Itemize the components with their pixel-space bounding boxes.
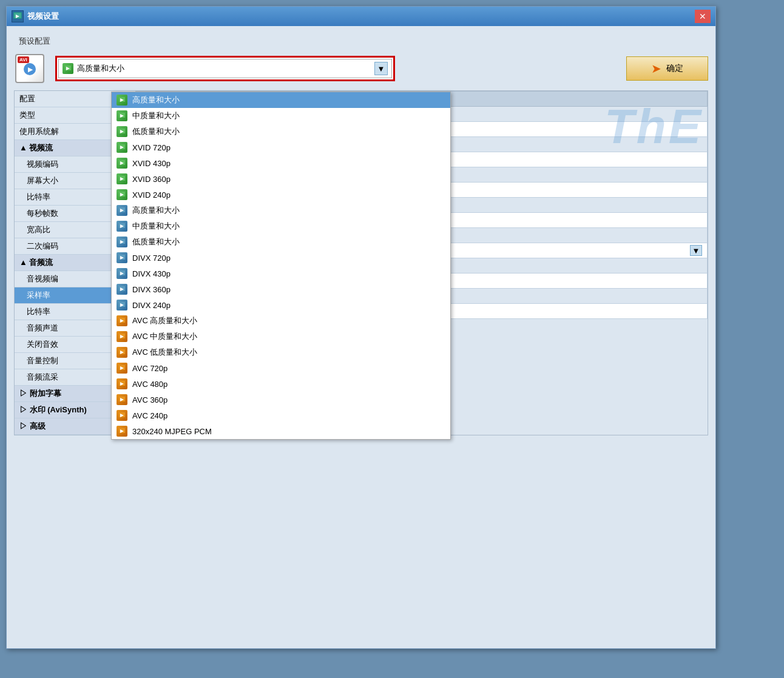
item-label-3: XVID 720p xyxy=(132,143,171,152)
item-icon-12 xyxy=(117,284,127,295)
item-label-21: 320x240 MJPEG PCM xyxy=(132,427,212,436)
item-label-15: AVC 中质量和大小 xyxy=(132,331,197,342)
dropdown-item-20[interactable]: AVC 240p xyxy=(112,408,450,423)
item-label-14: AVC 高质量和大小 xyxy=(132,315,197,326)
item-label-5: XVID 360p xyxy=(132,175,171,184)
item-icon-17 xyxy=(117,363,127,374)
dropdown-item-9[interactable]: 低质量和大小 xyxy=(112,234,450,250)
ok-label: 确定 xyxy=(666,63,683,74)
item-label-18: AVC 480p xyxy=(132,380,167,389)
item-icon-1 xyxy=(117,110,127,121)
item-label-11: DIVX 430p xyxy=(132,269,171,278)
selected-item-label: 高质量和大小 xyxy=(77,63,124,74)
item-label-9: 低质量和大小 xyxy=(132,237,180,247)
item-icon-11 xyxy=(117,268,127,279)
dropdown-item-10[interactable]: DIVX 720p xyxy=(112,250,450,266)
window-body: ThE 预设配置 AVI ▶ 高质量和大小 xyxy=(7,26,715,648)
dropdown-item-14[interactable]: AVC 高质量和大小 xyxy=(112,313,450,329)
close-button[interactable]: ✕ xyxy=(695,10,711,23)
dropdown-item-0[interactable]: 高质量和大小 xyxy=(112,92,450,108)
item-icon-16 xyxy=(117,347,127,358)
item-label-0: 高质量和大小 xyxy=(132,95,180,106)
dropdown-item-13[interactable]: DIVX 240p xyxy=(112,297,450,313)
item-icon-20 xyxy=(117,410,127,421)
preset-dropdown[interactable]: 高质量和大小 ▼ xyxy=(58,59,392,78)
play-overlay: ▶ xyxy=(24,63,36,75)
dropdown-item-4[interactable]: XVID 430p xyxy=(112,155,450,171)
item-icon-2 xyxy=(117,126,127,137)
title-bar: 视频设置 ✕ xyxy=(7,7,715,26)
ok-button[interactable]: ➤ 确定 xyxy=(626,56,708,81)
dropdown-item-18[interactable]: AVC 480p xyxy=(112,376,450,392)
item-icon-0 xyxy=(117,95,127,106)
item-label-12: DIVX 360p xyxy=(132,285,171,294)
item-label-8: 中质量和大小 xyxy=(132,221,180,232)
item-label-16: AVC 低质量和大小 xyxy=(132,347,197,358)
item-icon-9 xyxy=(117,237,127,247)
item-icon-7 xyxy=(117,205,127,216)
dropdown-item-15[interactable]: AVC 中质量和大小 xyxy=(112,329,450,344)
item-icon-10 xyxy=(117,252,127,263)
dropdown-item-17[interactable]: AVC 720p xyxy=(112,360,450,376)
item-icon-19 xyxy=(117,394,127,405)
dropdown-item-11[interactable]: DIVX 430p xyxy=(112,266,450,281)
item-icon-5 xyxy=(117,173,127,184)
prop-dropdown-arrow-9[interactable]: ▼ xyxy=(690,245,702,256)
selected-item-icon xyxy=(63,63,73,74)
top-row: AVI ▶ 高质量和大小 ▼ ➤ 确定 xyxy=(14,53,708,84)
preset-label: 预设配置 xyxy=(14,33,708,49)
item-label-7: 高质量和大小 xyxy=(132,205,180,216)
dropdown-item-6[interactable]: XVID 240p xyxy=(112,187,450,203)
item-icon-3 xyxy=(117,142,127,153)
item-label-13: DIVX 240p xyxy=(132,301,171,310)
dropdown-item-19[interactable]: AVC 360p xyxy=(112,392,450,408)
dropdown-item-3[interactable]: XVID 720p xyxy=(112,139,450,155)
item-icon-14 xyxy=(117,315,127,326)
video-settings-window: 视频设置 ✕ ThE 预设配置 AVI ▶ xyxy=(6,6,716,649)
item-icon-6 xyxy=(117,189,127,200)
item-icon-21 xyxy=(117,426,127,437)
dropdown-item-21[interactable]: 320x240 MJPEG PCM xyxy=(112,423,450,439)
dropdown-item-2[interactable]: 低质量和大小 xyxy=(112,124,450,139)
dropdown-item-1[interactable]: 中质量和大小 xyxy=(112,108,450,124)
dropdown-item-8[interactable]: 中质量和大小 xyxy=(112,218,450,234)
ok-arrow-icon: ➤ xyxy=(651,61,661,76)
background-text: ThE xyxy=(604,99,703,155)
item-label-6: XVID 240p xyxy=(132,190,171,200)
item-icon-4 xyxy=(117,158,127,169)
preset-dropdown-container: 高质量和大小 ▼ xyxy=(55,56,395,81)
item-label-1: 中质量和大小 xyxy=(132,110,180,121)
dropdown-item-7[interactable]: 高质量和大小 xyxy=(112,203,450,218)
dropdown-item-12[interactable]: DIVX 360p xyxy=(112,281,450,297)
dropdown-item-16[interactable]: AVC 低质量和大小 xyxy=(112,344,450,360)
avi-badge: AVI xyxy=(18,56,29,63)
avi-icon-inner: AVI ▶ xyxy=(15,54,44,83)
item-icon-13 xyxy=(117,300,127,310)
avi-icon: AVI ▶ xyxy=(14,53,46,84)
item-label-2: 低质量和大小 xyxy=(132,126,180,137)
window-title: 视频设置 xyxy=(27,11,695,22)
item-icon-18 xyxy=(117,378,127,389)
item-label-4: XVID 430p xyxy=(132,159,171,168)
dropdown-menu: 高质量和大小 中质量和大小 低质量和大小 XVID 720p XVID 430p… xyxy=(111,92,451,440)
item-icon-8 xyxy=(117,221,127,232)
item-label-10: DIVX 720p xyxy=(132,253,171,263)
item-label-20: AVC 240p xyxy=(132,411,167,420)
item-icon-15 xyxy=(117,331,127,342)
dropdown-arrow[interactable]: ▼ xyxy=(374,62,388,75)
dropdown-item-5[interactable]: XVID 360p xyxy=(112,171,450,187)
item-label-19: AVC 360p xyxy=(132,395,167,404)
window-icon xyxy=(12,10,24,22)
item-label-17: AVC 720p xyxy=(132,364,167,373)
